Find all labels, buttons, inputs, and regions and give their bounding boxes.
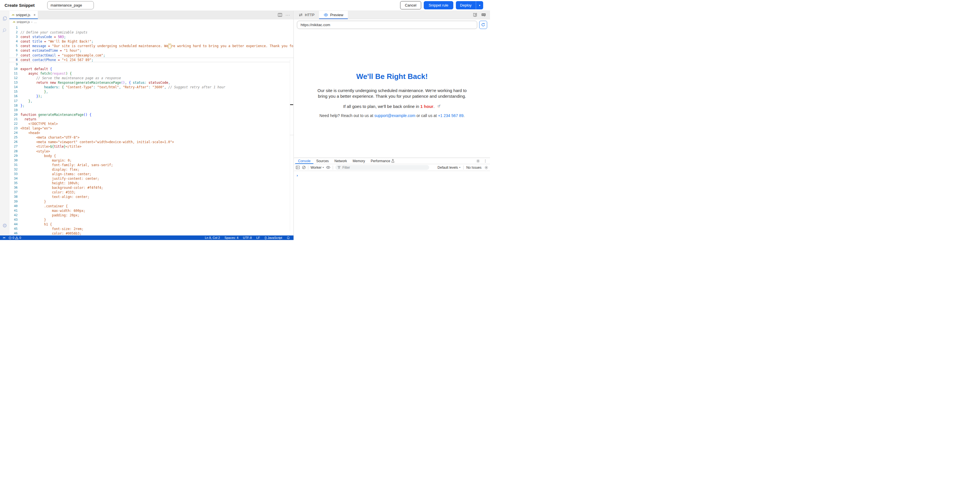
- language-mode[interactable]: {} JavaScript: [263, 236, 283, 240]
- code-line[interactable]: 46 color: #0056b3;: [10, 231, 293, 236]
- more-actions-icon[interactable]: ···: [286, 13, 290, 17]
- code-line[interactable]: 11 async fetch(request) {: [10, 71, 293, 76]
- snippet-rule-button[interactable]: Snippet rule: [424, 1, 453, 10]
- tab-memory[interactable]: Memory: [350, 158, 368, 164]
- code-line[interactable]: 10export default {: [10, 67, 293, 71]
- tab-console[interactable]: Console: [295, 158, 313, 164]
- code-line[interactable]: 30 margin: 0;: [10, 158, 293, 163]
- live-expression-eye-icon[interactable]: [326, 166, 331, 169]
- code-line[interactable]: 21 return `: [10, 117, 293, 122]
- code-line[interactable]: 33 align-items: center;: [10, 172, 293, 176]
- devtools-settings-gear-icon[interactable]: [476, 159, 480, 163]
- problems-indicator[interactable]: 0 0: [7, 236, 22, 240]
- editor-scrollbar[interactable]: [290, 60, 293, 231]
- issues-counter[interactable]: No Issues: [466, 166, 482, 170]
- code-line[interactable]: 13 return new Response(generateMaintenan…: [10, 80, 293, 85]
- code-line[interactable]: 3const statusCode = 503;: [10, 35, 293, 39]
- console-filter[interactable]: [335, 165, 429, 170]
- breadcrumb-more[interactable]: …: [34, 20, 37, 24]
- code-line[interactable]: 45 font-size: 2rem;: [10, 227, 293, 231]
- settings-gear-icon[interactable]: ⚙: [2, 223, 8, 229]
- code-line[interactable]: 14 headers: { "Content-Type": "text/html…: [10, 85, 293, 89]
- code-line[interactable]: 2// Define your customizable inputs: [10, 30, 293, 35]
- code-line[interactable]: 36 background-color: #f4f4f4;: [10, 185, 293, 190]
- code-line[interactable]: 31 font-family: Arial, sans-serif;: [10, 163, 293, 167]
- tab-preview[interactable]: Preview: [319, 11, 348, 19]
- phone-link[interactable]: +1 234 567 89: [438, 113, 463, 118]
- remote-indicator-icon[interactable]: ><: [2, 236, 6, 240]
- console-prompt[interactable]: ›: [297, 173, 298, 177]
- tab-sources[interactable]: Sources: [313, 158, 332, 164]
- clear-console-icon[interactable]: [302, 166, 306, 169]
- support-email-link[interactable]: support@example.com: [374, 113, 415, 118]
- code-line[interactable]: 4const title = "We'll Be Right Back!";: [10, 39, 293, 44]
- code-line[interactable]: 25 <meta charset="UTF-8">: [10, 135, 293, 140]
- code-line[interactable]: 9: [10, 62, 293, 67]
- code-line[interactable]: 23<html lang="en">: [10, 126, 293, 131]
- code-line[interactable]: 29 body {: [10, 154, 293, 158]
- deploy-dropdown-caret-icon[interactable]: ▾: [476, 1, 483, 10]
- tab-performance[interactable]: Performance: [368, 158, 397, 164]
- notifications-bell-icon[interactable]: [285, 236, 291, 240]
- code-line[interactable]: 44 h1 {: [10, 222, 293, 227]
- console-settings-gear-icon[interactable]: [484, 166, 488, 170]
- code-line[interactable]: 19: [10, 108, 293, 112]
- search-icon[interactable]: [2, 27, 8, 33]
- code-line[interactable]: 1: [10, 25, 293, 30]
- code-editor[interactable]: 12// Define your customizable inputs3con…: [10, 24, 293, 236]
- code-line[interactable]: 42 padding: 20px;: [10, 213, 293, 217]
- cancel-button[interactable]: Cancel: [400, 1, 421, 10]
- split-editor-icon[interactable]: [278, 13, 282, 17]
- line-number: 44: [10, 222, 19, 227]
- code-line[interactable]: 43 }: [10, 217, 293, 222]
- code-line[interactable]: 15 },: [10, 89, 293, 94]
- url-input[interactable]: [297, 21, 477, 29]
- code-line[interactable]: 38 text-align: center;: [10, 195, 293, 199]
- deploy-button[interactable]: Deploy: [456, 1, 476, 10]
- code-line[interactable]: 34 justify-content: center;: [10, 176, 293, 181]
- scrollbar-thumb-edge: [290, 135, 293, 135]
- snippet-name-input[interactable]: [47, 1, 94, 10]
- indentation[interactable]: Spaces: 4: [223, 236, 240, 240]
- breadcrumb[interactable]: JS snippet.js › …: [10, 19, 293, 24]
- code-line[interactable]: 40 .container {: [10, 204, 293, 209]
- code-line[interactable]: 7const contactEmail = "support@example.c…: [10, 53, 293, 58]
- code-line[interactable]: 16 });: [10, 94, 293, 98]
- refresh-button[interactable]: [479, 21, 487, 29]
- code-line[interactable]: 37 color: #333;: [10, 190, 293, 195]
- code-line[interactable]: 32 display: flex;: [10, 167, 293, 172]
- code-line[interactable]: 35 height: 100vh;: [10, 181, 293, 185]
- console-output[interactable]: ›: [294, 171, 490, 178]
- code-line[interactable]: 27 <title>${title}</title>: [10, 144, 293, 149]
- code-line[interactable]: 28 <style>: [10, 149, 293, 154]
- code-line[interactable]: 26 <meta name="viewport" content="width=…: [10, 140, 293, 144]
- code-line[interactable]: 22 <!DOCTYPE html>: [10, 122, 293, 126]
- execution-context-selector[interactable]: Worker ▾: [310, 166, 324, 170]
- code-line[interactable]: 17 },: [10, 99, 293, 103]
- js-file-icon: JS: [13, 21, 15, 23]
- encoding[interactable]: UTF-8: [242, 236, 253, 240]
- cursor-position[interactable]: Ln 8, Col 2: [203, 236, 221, 240]
- code-line[interactable]: 12 // Serve the maintenance page as a re…: [10, 76, 293, 80]
- tab-http[interactable]: HTTP: [294, 11, 319, 19]
- code-line[interactable]: 20function generateMaintenancePage() {: [10, 112, 293, 117]
- code-line[interactable]: 24 <head>: [10, 131, 293, 135]
- console-sidebar-toggle-icon[interactable]: [296, 166, 300, 169]
- tab-network[interactable]: Network: [332, 158, 350, 164]
- tab-close-icon[interactable]: ×: [33, 13, 35, 17]
- discord-chat-icon[interactable]: [481, 13, 486, 17]
- code-line[interactable]: 6const estimatedTime = "1 hour";: [10, 48, 293, 53]
- breadcrumb-file[interactable]: snippet.js: [17, 20, 30, 24]
- code-line[interactable]: 18};: [10, 103, 293, 108]
- files-icon[interactable]: [2, 15, 8, 21]
- log-levels-selector[interactable]: Default levels ▾: [438, 166, 460, 170]
- docs-book-icon[interactable]: [473, 13, 477, 17]
- eol-sequence[interactable]: LF: [255, 236, 261, 240]
- devtools-kebab-menu-icon[interactable]: ⋮: [484, 159, 487, 163]
- code-line[interactable]: 8const contactPhone = "+1 234 567 89";: [10, 58, 293, 62]
- code-line[interactable]: 39 }: [10, 200, 293, 204]
- tab-snippet-js[interactable]: JS snippet.js ×: [10, 11, 38, 19]
- filter-input[interactable]: [342, 166, 427, 170]
- code-line[interactable]: 5const message = "Our site is currently …: [10, 44, 293, 48]
- code-line[interactable]: 41 max-width: 600px;: [10, 209, 293, 213]
